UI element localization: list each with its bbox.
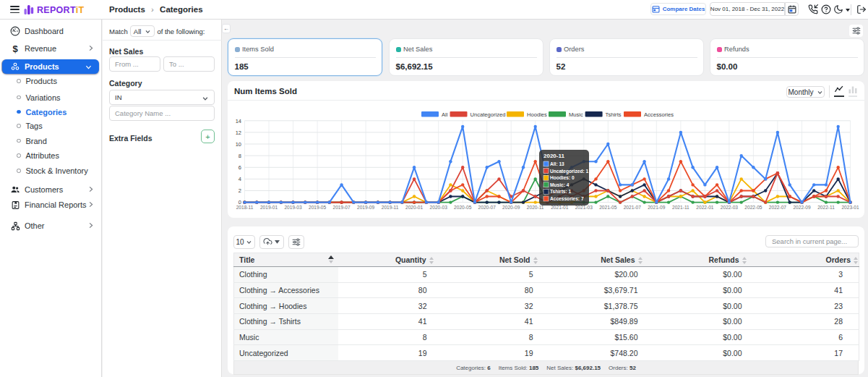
svg-text:2020-03: 2020-03 (430, 205, 448, 210)
svg-text:8: 8 (239, 153, 241, 159)
svg-text:2019-03: 2019-03 (284, 205, 302, 210)
svg-text:2021-09: 2021-09 (648, 205, 666, 210)
svg-text:2021-03: 2021-03 (575, 205, 593, 210)
svg-text:Tshirts: Tshirts (606, 111, 622, 118)
svg-text:2020-01: 2020-01 (405, 205, 424, 210)
svg-text:2023-01: 2023-01 (841, 205, 859, 210)
svg-text:2021-07: 2021-07 (624, 205, 642, 210)
svg-text:2020-07: 2020-07 (478, 205, 497, 210)
svg-text:2022-11: 2022-11 (817, 205, 835, 210)
svg-text:2022-01: 2022-01 (696, 205, 714, 210)
svg-text:2021-01: 2021-01 (551, 205, 569, 210)
svg-text:2019-05: 2019-05 (309, 205, 327, 210)
svg-text:2019-09: 2019-09 (357, 205, 375, 210)
svg-text:Hoodies: 0: Hoodies: 0 (550, 175, 575, 180)
svg-text:2020-09: 2020-09 (502, 205, 520, 210)
svg-text:Accessories: 7: Accessories: 7 (550, 196, 584, 201)
svg-text:Accessories: Accessories (644, 111, 674, 118)
svg-text:2022-05: 2022-05 (744, 205, 762, 210)
svg-text:12: 12 (236, 130, 241, 136)
svg-text:2020-11: 2020-11 (543, 153, 564, 159)
svg-text:Uncategorized: 1: Uncategorized: 1 (550, 169, 588, 174)
svg-text:14: 14 (236, 118, 241, 124)
svg-text:2021-11: 2021-11 (672, 205, 689, 210)
svg-text:2019-11: 2019-11 (382, 205, 399, 210)
svg-text:2020-05: 2020-05 (454, 205, 472, 210)
svg-text:Tshirts: 1: Tshirts: 1 (550, 189, 572, 194)
svg-text:2020-11: 2020-11 (527, 205, 544, 210)
svg-text:Hoodies: Hoodies (527, 111, 547, 118)
svg-text:2: 2 (239, 187, 241, 194)
svg-text:Music: 4: Music: 4 (550, 182, 570, 187)
svg-text:Uncategorized: Uncategorized (470, 111, 506, 118)
svg-text:2022-07: 2022-07 (769, 205, 787, 210)
svg-text:Music: Music (569, 111, 583, 118)
svg-text:All: 13: All: 13 (550, 161, 564, 166)
svg-text:2022-03: 2022-03 (721, 205, 739, 210)
svg-text:All: All (442, 111, 448, 118)
svg-text:10: 10 (236, 141, 241, 148)
svg-text:2021-05: 2021-05 (599, 205, 617, 210)
svg-text:6: 6 (239, 164, 241, 171)
svg-text:2019-01: 2019-01 (260, 205, 278, 210)
svg-text:2018-11: 2018-11 (236, 205, 254, 210)
svg-text:4: 4 (239, 176, 241, 182)
svg-text:2022-09: 2022-09 (793, 205, 811, 210)
svg-text:2019-07: 2019-07 (332, 205, 351, 210)
